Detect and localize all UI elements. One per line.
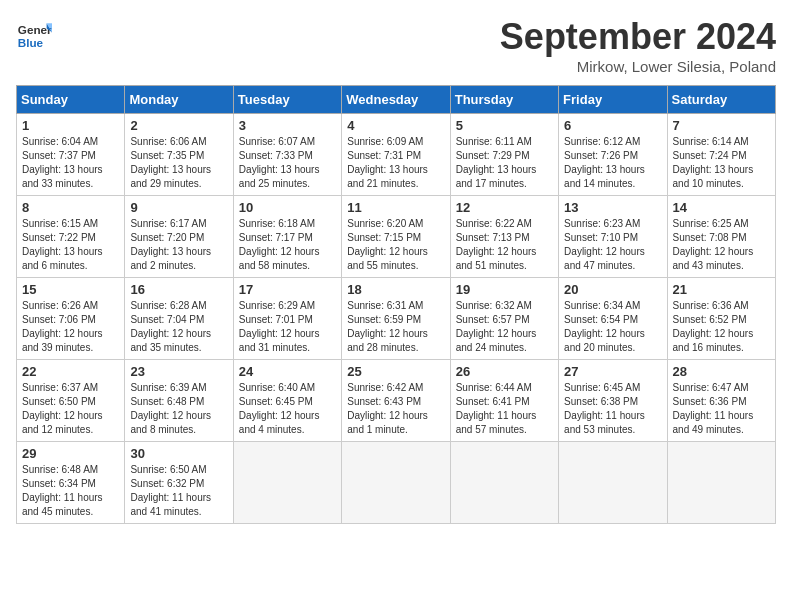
day-number: 15 [22, 282, 119, 297]
calendar-cell: 2Sunrise: 6:06 AM Sunset: 7:35 PM Daylig… [125, 114, 233, 196]
day-number: 29 [22, 446, 119, 461]
day-number: 13 [564, 200, 661, 215]
day-info: Sunrise: 6:25 AM Sunset: 7:08 PM Dayligh… [673, 217, 770, 273]
day-number: 14 [673, 200, 770, 215]
day-number: 18 [347, 282, 444, 297]
day-number: 5 [456, 118, 553, 133]
calendar-cell: 6Sunrise: 6:12 AM Sunset: 7:26 PM Daylig… [559, 114, 667, 196]
day-info: Sunrise: 6:23 AM Sunset: 7:10 PM Dayligh… [564, 217, 661, 273]
calendar-week-row: 29Sunrise: 6:48 AM Sunset: 6:34 PM Dayli… [17, 442, 776, 524]
calendar-cell: 15Sunrise: 6:26 AM Sunset: 7:06 PM Dayli… [17, 278, 125, 360]
title-block: September 2024 Mirkow, Lower Silesia, Po… [500, 16, 776, 75]
weekday-header-thursday: Thursday [450, 86, 558, 114]
month-title: September 2024 [500, 16, 776, 58]
day-info: Sunrise: 6:26 AM Sunset: 7:06 PM Dayligh… [22, 299, 119, 355]
day-number: 21 [673, 282, 770, 297]
day-info: Sunrise: 6:48 AM Sunset: 6:34 PM Dayligh… [22, 463, 119, 519]
calendar-cell: 30Sunrise: 6:50 AM Sunset: 6:32 PM Dayli… [125, 442, 233, 524]
calendar-cell: 27Sunrise: 6:45 AM Sunset: 6:38 PM Dayli… [559, 360, 667, 442]
day-number: 20 [564, 282, 661, 297]
day-info: Sunrise: 6:20 AM Sunset: 7:15 PM Dayligh… [347, 217, 444, 273]
day-info: Sunrise: 6:09 AM Sunset: 7:31 PM Dayligh… [347, 135, 444, 191]
weekday-header-monday: Monday [125, 86, 233, 114]
calendar-cell: 26Sunrise: 6:44 AM Sunset: 6:41 PM Dayli… [450, 360, 558, 442]
day-number: 27 [564, 364, 661, 379]
calendar-cell: 18Sunrise: 6:31 AM Sunset: 6:59 PM Dayli… [342, 278, 450, 360]
calendar-cell: 12Sunrise: 6:22 AM Sunset: 7:13 PM Dayli… [450, 196, 558, 278]
day-number: 23 [130, 364, 227, 379]
day-number: 7 [673, 118, 770, 133]
day-number: 8 [22, 200, 119, 215]
day-info: Sunrise: 6:31 AM Sunset: 6:59 PM Dayligh… [347, 299, 444, 355]
day-number: 1 [22, 118, 119, 133]
calendar-cell: 8Sunrise: 6:15 AM Sunset: 7:22 PM Daylig… [17, 196, 125, 278]
weekday-header-saturday: Saturday [667, 86, 775, 114]
calendar-week-row: 1Sunrise: 6:04 AM Sunset: 7:37 PM Daylig… [17, 114, 776, 196]
calendar-cell: 5Sunrise: 6:11 AM Sunset: 7:29 PM Daylig… [450, 114, 558, 196]
day-info: Sunrise: 6:47 AM Sunset: 6:36 PM Dayligh… [673, 381, 770, 437]
day-info: Sunrise: 6:40 AM Sunset: 6:45 PM Dayligh… [239, 381, 336, 437]
calendar-cell [233, 442, 341, 524]
day-info: Sunrise: 6:37 AM Sunset: 6:50 PM Dayligh… [22, 381, 119, 437]
day-info: Sunrise: 6:12 AM Sunset: 7:26 PM Dayligh… [564, 135, 661, 191]
page-header: General Blue September 2024 Mirkow, Lowe… [16, 16, 776, 75]
day-info: Sunrise: 6:11 AM Sunset: 7:29 PM Dayligh… [456, 135, 553, 191]
calendar-cell: 1Sunrise: 6:04 AM Sunset: 7:37 PM Daylig… [17, 114, 125, 196]
calendar-cell: 16Sunrise: 6:28 AM Sunset: 7:04 PM Dayli… [125, 278, 233, 360]
day-info: Sunrise: 6:18 AM Sunset: 7:17 PM Dayligh… [239, 217, 336, 273]
day-info: Sunrise: 6:44 AM Sunset: 6:41 PM Dayligh… [456, 381, 553, 437]
day-number: 16 [130, 282, 227, 297]
day-number: 24 [239, 364, 336, 379]
day-info: Sunrise: 6:32 AM Sunset: 6:57 PM Dayligh… [456, 299, 553, 355]
calendar-cell: 22Sunrise: 6:37 AM Sunset: 6:50 PM Dayli… [17, 360, 125, 442]
calendar-cell [667, 442, 775, 524]
day-info: Sunrise: 6:22 AM Sunset: 7:13 PM Dayligh… [456, 217, 553, 273]
calendar-cell: 10Sunrise: 6:18 AM Sunset: 7:17 PM Dayli… [233, 196, 341, 278]
location-title: Mirkow, Lower Silesia, Poland [500, 58, 776, 75]
day-info: Sunrise: 6:04 AM Sunset: 7:37 PM Dayligh… [22, 135, 119, 191]
calendar-week-row: 15Sunrise: 6:26 AM Sunset: 7:06 PM Dayli… [17, 278, 776, 360]
calendar-cell: 20Sunrise: 6:34 AM Sunset: 6:54 PM Dayli… [559, 278, 667, 360]
weekday-header-tuesday: Tuesday [233, 86, 341, 114]
day-number: 17 [239, 282, 336, 297]
weekday-header-wednesday: Wednesday [342, 86, 450, 114]
calendar-week-row: 22Sunrise: 6:37 AM Sunset: 6:50 PM Dayli… [17, 360, 776, 442]
day-number: 4 [347, 118, 444, 133]
calendar-cell: 17Sunrise: 6:29 AM Sunset: 7:01 PM Dayli… [233, 278, 341, 360]
day-info: Sunrise: 6:42 AM Sunset: 6:43 PM Dayligh… [347, 381, 444, 437]
calendar-cell: 29Sunrise: 6:48 AM Sunset: 6:34 PM Dayli… [17, 442, 125, 524]
calendar-cell: 21Sunrise: 6:36 AM Sunset: 6:52 PM Dayli… [667, 278, 775, 360]
day-number: 12 [456, 200, 553, 215]
day-info: Sunrise: 6:14 AM Sunset: 7:24 PM Dayligh… [673, 135, 770, 191]
weekday-header-sunday: Sunday [17, 86, 125, 114]
calendar-cell: 14Sunrise: 6:25 AM Sunset: 7:08 PM Dayli… [667, 196, 775, 278]
day-number: 6 [564, 118, 661, 133]
day-number: 28 [673, 364, 770, 379]
day-info: Sunrise: 6:34 AM Sunset: 6:54 PM Dayligh… [564, 299, 661, 355]
calendar-cell: 3Sunrise: 6:07 AM Sunset: 7:33 PM Daylig… [233, 114, 341, 196]
day-number: 26 [456, 364, 553, 379]
calendar-cell: 19Sunrise: 6:32 AM Sunset: 6:57 PM Dayli… [450, 278, 558, 360]
logo: General Blue [16, 16, 52, 52]
day-number: 19 [456, 282, 553, 297]
calendar-cell: 9Sunrise: 6:17 AM Sunset: 7:20 PM Daylig… [125, 196, 233, 278]
svg-text:Blue: Blue [18, 36, 44, 49]
day-info: Sunrise: 6:17 AM Sunset: 7:20 PM Dayligh… [130, 217, 227, 273]
day-info: Sunrise: 6:36 AM Sunset: 6:52 PM Dayligh… [673, 299, 770, 355]
day-number: 22 [22, 364, 119, 379]
calendar-cell: 7Sunrise: 6:14 AM Sunset: 7:24 PM Daylig… [667, 114, 775, 196]
day-info: Sunrise: 6:39 AM Sunset: 6:48 PM Dayligh… [130, 381, 227, 437]
calendar-cell [450, 442, 558, 524]
day-number: 25 [347, 364, 444, 379]
day-number: 3 [239, 118, 336, 133]
day-info: Sunrise: 6:06 AM Sunset: 7:35 PM Dayligh… [130, 135, 227, 191]
calendar-cell: 28Sunrise: 6:47 AM Sunset: 6:36 PM Dayli… [667, 360, 775, 442]
day-number: 9 [130, 200, 227, 215]
logo-icon: General Blue [16, 16, 52, 52]
day-info: Sunrise: 6:07 AM Sunset: 7:33 PM Dayligh… [239, 135, 336, 191]
weekday-header-row: SundayMondayTuesdayWednesdayThursdayFrid… [17, 86, 776, 114]
day-number: 2 [130, 118, 227, 133]
calendar-cell: 24Sunrise: 6:40 AM Sunset: 6:45 PM Dayli… [233, 360, 341, 442]
day-number: 30 [130, 446, 227, 461]
calendar-cell: 4Sunrise: 6:09 AM Sunset: 7:31 PM Daylig… [342, 114, 450, 196]
